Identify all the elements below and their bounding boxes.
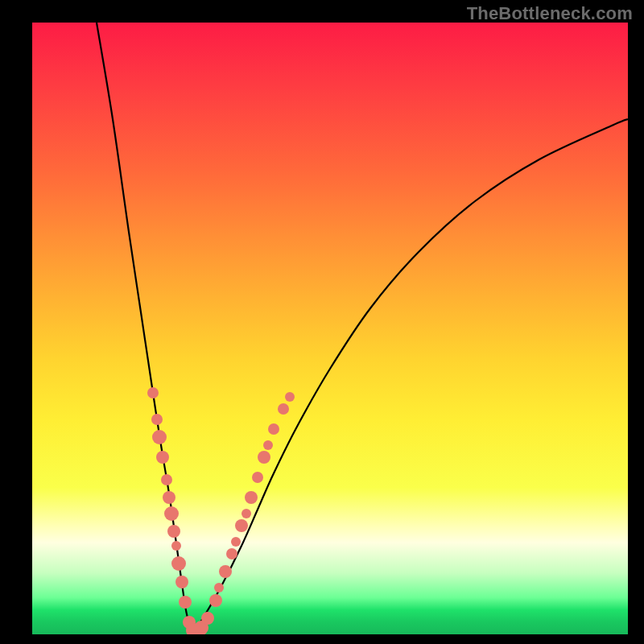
sample-dot: [175, 576, 188, 588]
sample-dot: [235, 519, 248, 532]
sample-dot: [209, 594, 222, 607]
bottleneck-curve: [97, 23, 628, 631]
plot-area: [32, 23, 628, 634]
sample-dot: [226, 548, 237, 559]
sample-dot: [219, 565, 232, 578]
sample-dot: [152, 430, 167, 444]
sample-dot: [161, 474, 172, 485]
sample-dot: [179, 596, 192, 609]
watermark-text: TheBottleneck.com: [467, 3, 633, 24]
sample-dot: [231, 537, 241, 547]
curve-svg: [32, 23, 628, 634]
sample-dot: [258, 451, 270, 464]
sample-dot: [156, 451, 169, 464]
sample-dot: [214, 583, 224, 592]
sample-dot: [147, 387, 159, 398]
chart-frame: TheBottleneck.com: [0, 0, 644, 644]
sample-dot: [163, 491, 175, 504]
sample-dot: [285, 392, 295, 402]
sample-dot: [245, 491, 258, 504]
sample-dot: [263, 440, 273, 450]
sample-dot: [268, 423, 279, 435]
sample-dot: [171, 556, 186, 571]
sample-dot: [278, 403, 289, 415]
sample-dot: [151, 414, 163, 425]
sample-dot: [242, 509, 251, 518]
sample-dot: [167, 525, 180, 538]
sample-dot: [171, 541, 181, 551]
sample-dot: [164, 506, 179, 521]
sample-dot: [201, 612, 214, 625]
sample-dot: [252, 472, 263, 483]
sample-dots-group: [147, 387, 295, 634]
